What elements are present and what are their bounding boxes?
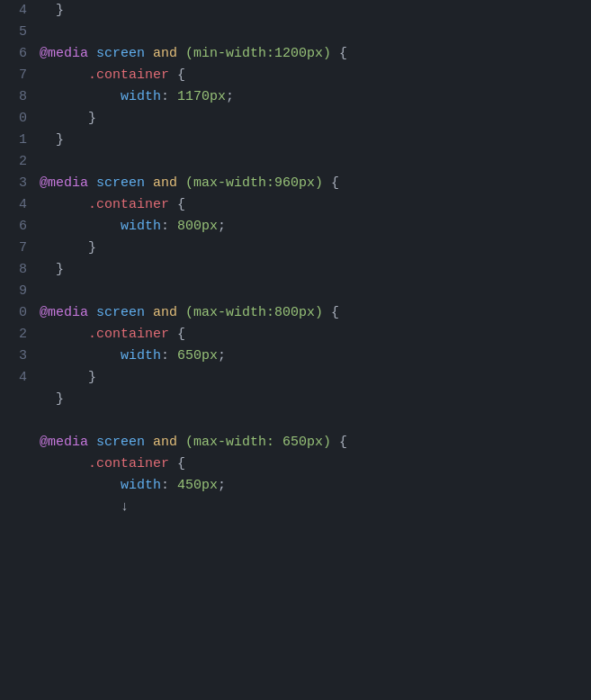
line-number: 1 xyxy=(5,130,27,151)
line-number: 2 xyxy=(5,151,27,173)
code-line: } xyxy=(40,238,584,259)
line-number: 8 xyxy=(5,86,27,108)
code-line: } xyxy=(40,259,584,281)
code-line: width: 650px; xyxy=(40,346,584,367)
code-line: width: 1170px; xyxy=(40,86,584,108)
line-number: 4 xyxy=(5,0,27,22)
code-line: ↓ xyxy=(40,497,584,518)
line-numbers: 45678 01234 67890 234 xyxy=(0,0,32,700)
line-number: 8 xyxy=(5,259,27,281)
code-line: } xyxy=(40,389,584,410)
line-number: 3 xyxy=(5,346,27,367)
line-number: 0 xyxy=(5,302,27,324)
line-number: 4 xyxy=(5,367,27,389)
code-line: } xyxy=(40,367,584,389)
code-line: .container { xyxy=(40,324,584,346)
line-number: 3 xyxy=(5,173,27,194)
code-line: @media screen and (max-width:960px) { xyxy=(40,173,584,194)
line-number: 7 xyxy=(5,65,27,86)
code-line: @media screen and (max-width:800px) { xyxy=(40,302,584,324)
line-number: 9 xyxy=(5,281,27,302)
code-content: } @media screen and (min-width:1200px) {… xyxy=(32,0,591,700)
code-line: .container { xyxy=(40,453,584,475)
code-line: @media screen and (min-width:1200px) { xyxy=(40,43,584,65)
line-number: 2 xyxy=(5,324,27,346)
code-line: .container { xyxy=(40,194,584,216)
code-line: width: 450px; xyxy=(40,475,584,497)
line-number: 4 xyxy=(5,194,27,216)
code-line: @media screen and (max-width: 650px) { xyxy=(40,432,584,453)
code-line: } xyxy=(40,130,584,151)
code-line xyxy=(40,22,584,43)
line-number: 5 xyxy=(5,22,27,43)
code-line: width: 800px; xyxy=(40,216,584,238)
line-number: 7 xyxy=(5,238,27,259)
code-line xyxy=(40,281,584,302)
code-editor: 45678 01234 67890 234 } @media screen an… xyxy=(0,0,591,700)
code-line: .container { xyxy=(40,65,584,86)
line-number: 6 xyxy=(5,43,27,65)
code-line: } xyxy=(40,108,584,130)
line-number: 0 xyxy=(5,108,27,130)
code-line xyxy=(40,410,584,432)
code-line xyxy=(40,151,584,173)
code-line: } xyxy=(40,0,584,22)
line-number: 6 xyxy=(5,216,27,238)
